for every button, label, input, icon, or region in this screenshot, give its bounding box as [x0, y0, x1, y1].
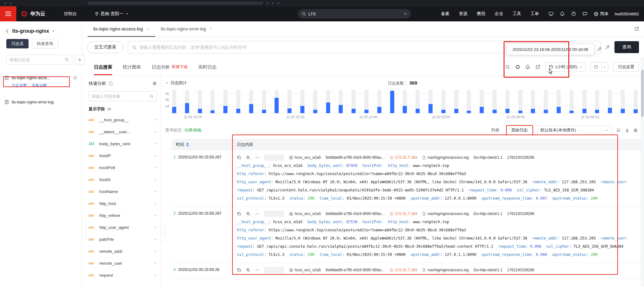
sidebar-tab[interactable]: 快速查询 — [32, 39, 58, 48]
quick-field[interactable]: abchostIPv6 — [89, 162, 157, 174]
log-field[interactable]: upstream_response_time:0.006 — [481, 251, 547, 259]
histogram-bucket[interactable] — [582, 90, 587, 113]
notifications-bell-icon[interactable] — [560, 11, 565, 16]
log-field[interactable]: upstream_status:200 — [552, 194, 598, 202]
log-field[interactable]: upstream_status:200 — [552, 251, 598, 259]
topnav-item[interactable]: 备案 — [441, 11, 450, 17]
log-field[interactable]: http_user_agent:Mozilla/5.0 (Windows NT … — [237, 234, 527, 242]
histogram-bucket[interactable] — [518, 90, 522, 113]
create-stream-button[interactable] — [75, 55, 85, 65]
histogram-bucket[interactable] — [326, 90, 330, 113]
log-field[interactable]: http_referer:https://www.rongtech.top/co… — [237, 170, 466, 178]
histogram-bucket[interactable] — [595, 90, 599, 113]
collapse-icon[interactable] — [165, 81, 168, 85]
log-field[interactable]: request_time:0.008 — [469, 186, 512, 194]
topnav-item[interactable]: 工单 — [531, 11, 539, 17]
log-field[interactable]: request:GET /apis/content.halo.run/v1alp… — [237, 186, 464, 194]
quick-field[interactable]: abchostName — [89, 185, 157, 197]
histogram-bucket[interactable] — [262, 90, 266, 113]
histogram-bucket[interactable] — [352, 90, 356, 113]
log-field[interactable]: ssl_cipher:TLS_AES_256_GCM_SHA384 — [546, 242, 623, 251]
log-field[interactable]: upstream_addr:127.0.1.1:8090 — [411, 251, 476, 259]
log-content-cell[interactable]: hcss_ecs_e2a55d4bbe89-a795-43c9-9590-95f… — [232, 153, 644, 202]
browser-address-bar[interactable] — [87, 2, 263, 5]
view-tab[interactable]: 日志分析即将下线 — [152, 64, 188, 75]
log-stats-label[interactable]: 日志统计 — [171, 80, 187, 86]
display-layout-icon[interactable] — [616, 128, 621, 133]
view-raw-button[interactable]: 原始日志 — [506, 125, 533, 135]
log-field[interactable]: hostIPv6: — [363, 218, 383, 226]
view-tab[interactable]: 实时日志 — [198, 64, 216, 75]
eye-icon[interactable] — [107, 107, 112, 111]
log-field[interactable]: http_referer:https://www.rongtech.top/co… — [237, 226, 466, 234]
back-icon[interactable] — [5, 29, 9, 33]
log-field-chip[interactable]: 5d4bbe89-a795-43c9-9590-95fac... — [325, 268, 385, 272]
log-field-chip[interactable]: hcss_ecs_e2a5 — [289, 212, 321, 216]
log-content-cell[interactable]: hcss_ecs_e2a55d4bbe89-a795-43c9-9590-95f… — [232, 210, 644, 259]
log-field[interactable]: body_bytes_sent:87958 — [308, 162, 357, 170]
histogram-bucket[interactable] — [313, 90, 317, 113]
histogram-bucket[interactable] — [570, 90, 574, 113]
histogram-bucket[interactable] — [505, 90, 510, 113]
log-field[interactable]: status:200 — [290, 194, 314, 202]
console-monitor-icon[interactable] — [548, 11, 554, 16]
log-field[interactable]: ssl_protocol:TLSv1.3 — [237, 194, 285, 202]
help-icon[interactable] — [571, 11, 576, 16]
sidebar-tab[interactable]: 日志流 — [6, 39, 29, 48]
stream-link[interactable]: 日志设置 — [12, 83, 27, 88]
log-field-chip[interactable]: 172.31.7.183 — [390, 212, 417, 216]
chart-tool-icon[interactable] — [515, 64, 520, 69]
histogram-bucket[interactable] — [634, 90, 638, 113]
log-field-chip[interactable]: 1762100159286 — [507, 155, 534, 160]
histogram-bucket[interactable] — [339, 90, 343, 113]
field-search-input[interactable] — [92, 94, 150, 99]
histogram-bucket[interactable] — [467, 90, 471, 113]
log-field[interactable]: remote_user: — [601, 178, 628, 186]
log-field-chip[interactable]: hcss_ecs_e2a5 — [289, 155, 321, 160]
histogram-bucket[interactable] — [390, 90, 394, 113]
histogram-bucket[interactable] — [608, 90, 612, 113]
log-field[interactable]: upstream_addr:127.0.0.1:8090 — [411, 194, 476, 202]
topnav-item[interactable]: 企业 — [495, 11, 503, 17]
histogram-bucket[interactable] — [210, 90, 215, 113]
alarm-tool-icon[interactable] — [525, 64, 530, 69]
quick-field[interactable]: 123body_bytes_sent — [89, 138, 157, 150]
log-field-chip[interactable]: hcss_ecs_e2a5 — [289, 268, 321, 272]
region-selector[interactable]: 西南-贵阳一 — [95, 11, 128, 17]
log-field[interactable]: __host_group__:hcss_ecs_e2a5 — [237, 162, 303, 170]
histogram-bucket[interactable] — [621, 90, 625, 113]
view-tab[interactable]: 统计图表 — [123, 64, 141, 75]
stream-link[interactable]: 采集诊断 — [32, 83, 47, 88]
histogram-bucket[interactable] — [198, 90, 202, 113]
console-link[interactable]: 控制台 — [64, 11, 77, 17]
histogram-bucket[interactable] — [416, 90, 420, 113]
gear-icon[interactable] — [634, 128, 638, 133]
histogram-bucket[interactable] — [364, 90, 368, 113]
quick-field[interactable]: abc__labels__user... — [89, 126, 157, 138]
context-chip[interactable] — [264, 211, 284, 217]
stream-item[interactable]: lts-topic-nginx-acce... — [0, 72, 82, 83]
share-tool-icon[interactable] — [535, 64, 540, 69]
histogram-bucket[interactable] — [480, 90, 484, 113]
log-field[interactable]: time_local:03/Nov/2025:00:15:59 +0800 — [319, 251, 406, 259]
log-group-title[interactable]: lts-group-nginx — [12, 28, 49, 34]
language-selector[interactable]: 简体 — [594, 11, 609, 17]
log-field[interactable]: ssl_cipher:TLS_AES_256_GCM_SHA384 — [517, 186, 594, 194]
histogram-bucket[interactable] — [377, 90, 381, 113]
histogram-bucket[interactable] — [493, 90, 497, 113]
log-field-chip[interactable]: 172.31.7.183 — [390, 268, 417, 272]
histogram-bucket[interactable] — [287, 90, 292, 113]
quick-panel-collapse-handle[interactable] — [161, 224, 165, 242]
sort-icon[interactable] — [186, 143, 189, 146]
clear-search-icon[interactable] — [403, 12, 407, 16]
log-field[interactable]: http_host:www.rongtech.top — [388, 162, 449, 170]
quick-field[interactable]: abchttp_user_agent — [89, 221, 157, 233]
stream-tab[interactable]: lts-topic-nginx-access-log — [88, 21, 155, 37]
global-search[interactable] — [298, 9, 411, 19]
histogram-bucket[interactable] — [531, 90, 535, 113]
topnav-item[interactable]: 资源 — [459, 11, 467, 17]
log-field-chip[interactable]: Go-http-client/1.1 — [473, 268, 502, 272]
histogram-bucket[interactable] — [275, 90, 279, 113]
topnav-item[interactable]: 工具 — [513, 11, 521, 17]
hamburger-menu[interactable] — [0, 6, 16, 21]
